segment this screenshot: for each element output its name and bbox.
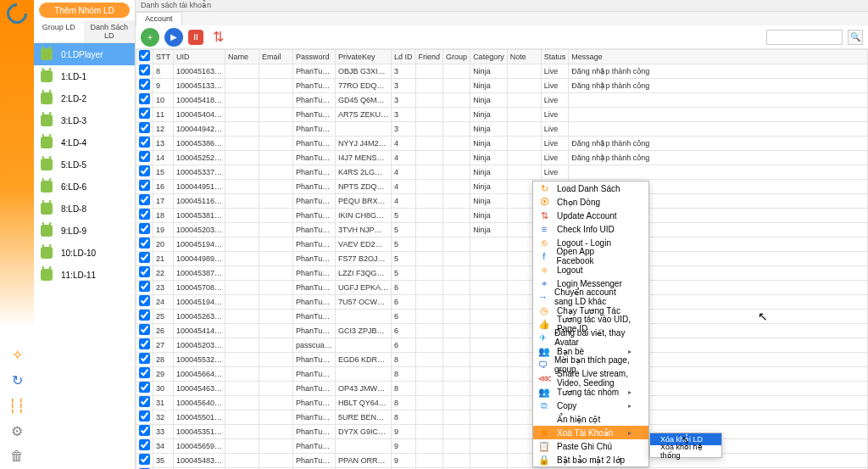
table-row[interactable]: 24100045194…PhanTu…7U57 OCW…6Live <box>136 295 868 310</box>
context-item[interactable]: fOpen App Facebook <box>533 249 648 263</box>
row-checkbox[interactable] <box>139 237 150 248</box>
tab-account[interactable]: Account <box>136 12 182 25</box>
table-row[interactable]: 10100045418…PhanTu…GD45 Q6M…3NinjaLive <box>136 93 868 108</box>
col-message[interactable]: Message <box>569 50 868 64</box>
row-checkbox[interactable] <box>139 439 150 450</box>
row-checkbox[interactable] <box>139 410 150 422</box>
table-row[interactable]: 27100045203…passcua…6Live <box>136 338 868 353</box>
pause-button[interactable]: ⏸ <box>188 30 203 45</box>
table-row[interactable]: 32100045501…PhanTu…5URE BEN…8Live <box>136 410 868 425</box>
row-checkbox[interactable] <box>139 137 150 148</box>
table-row[interactable]: 13100045386…PhanTu…NYYJ J4M2…4NinjaLiveĐ… <box>136 137 868 151</box>
add-button[interactable]: ＋ <box>141 28 159 47</box>
context-item[interactable]: ✖Xoá Tài Khoản▸ <box>533 426 648 439</box>
row-checkbox[interactable] <box>139 93 150 104</box>
context-item[interactable]: ✈Đăng bài viết, thay Avatar <box>533 331 648 344</box>
row-checkbox[interactable] <box>139 108 150 119</box>
table-row[interactable]: 26100045414…PhanTu…GCI3 ZPJB…6Live <box>136 324 868 338</box>
row-checkbox[interactable] <box>139 310 150 321</box>
row-checkbox[interactable] <box>139 425 150 436</box>
play-button[interactable]: ▶ <box>164 28 183 47</box>
row-checkbox[interactable] <box>139 209 150 220</box>
search-input[interactable] <box>766 30 843 45</box>
sidebar-item-ld[interactable]: 5:LD-5 <box>34 154 135 176</box>
table-row[interactable]: 17100045116…PhanTu…PEQU BRX…4NinjaLive <box>136 194 868 209</box>
col-password[interactable]: Password <box>293 50 336 64</box>
table-row[interactable]: 29100045664…PhanTu…8Live <box>136 367 868 382</box>
row-checkbox[interactable] <box>139 165 150 176</box>
col-friend[interactable]: Friend <box>415 50 443 64</box>
table-row[interactable]: 9100045133…PhanTu…77RO EDQ…3NinjaLiveĐăn… <box>136 79 868 93</box>
row-checkbox[interactable] <box>139 223 150 234</box>
row-checkbox[interactable] <box>139 122 150 133</box>
row-checkbox[interactable] <box>139 64 150 75</box>
context-item[interactable]: 🔒Bật bảo mật 2 lớp <box>533 453 648 466</box>
row-checkbox[interactable] <box>139 367 150 378</box>
row-checkbox[interactable] <box>139 79 150 90</box>
select-all-checkbox[interactable] <box>139 50 150 61</box>
table-row[interactable]: 22100045387…PhanTu…LZZI F3QG…5Live <box>136 266 868 281</box>
row-checkbox[interactable] <box>139 252 150 263</box>
table-row[interactable]: 35100045483…PhanTu…PPAN ORR…9Live <box>136 454 868 468</box>
row-checkbox[interactable] <box>139 396 150 407</box>
context-item[interactable]: Ẩn hiện cột <box>533 412 648 426</box>
col-ld id[interactable]: Ld ID <box>392 50 416 64</box>
col-status[interactable]: Status <box>541 50 569 64</box>
sidebar-item-ld[interactable]: 4:LD-4 <box>34 131 135 154</box>
row-checkbox[interactable] <box>139 295 150 306</box>
row-checkbox[interactable] <box>139 266 150 277</box>
table-row[interactable]: 25100045263…PhanTu…6Live <box>136 310 868 324</box>
row-checkbox[interactable] <box>139 180 150 191</box>
col-privatekey[interactable]: PrivateKey <box>336 50 392 64</box>
sidebar-item-ld[interactable]: 3:LD-3 <box>34 109 135 131</box>
context-item[interactable]: ⧉Copy▸ <box>533 399 648 412</box>
table-row[interactable]: 11100045404…PhanTu…AR7S ZEKU…3NinjaLive <box>136 108 868 122</box>
submenu-item[interactable]: Xóa khỏi hệ thống <box>650 445 721 457</box>
sidebar-item-ld[interactable]: 8:LD-8 <box>34 198 135 220</box>
col-note[interactable]: Note <box>507 50 541 64</box>
context-item[interactable]: ≡Check Info UID <box>533 222 648 236</box>
tab-list-ld[interactable]: Danh Sách LD <box>85 20 136 42</box>
table-row[interactable]: 12100044942…PhanTu…3NinjaLive <box>136 122 868 137</box>
context-item[interactable]: ⦿Chọn Dòng <box>533 195 648 209</box>
table-row[interactable]: 19100045203…PhanTu…3TVH NJP…5NinjaLive <box>136 223 868 237</box>
table-row[interactable]: 21100044989…PhanTu…FS77 B2OJ…5Live <box>136 252 868 266</box>
tool-sliders-icon[interactable]: ┆┆ <box>8 396 26 415</box>
table-row[interactable]: 34100045659…PhanTu…9LiveĐăng nhập thành … <box>136 439 868 454</box>
table-row[interactable]: 15100045337…PhanTu…K4RS 2LG…4NinjaLive <box>136 165 868 180</box>
col-group[interactable]: Group <box>443 50 470 64</box>
table-row[interactable]: 14100045252…PhanTu…I4J7 MENS…4NinjaLiveĐ… <box>136 151 868 165</box>
context-item[interactable]: ⇅Update Account <box>533 209 648 222</box>
table-row[interactable]: 28100045532…PhanTu…EGD6 KDR…8LiveĐăng nh… <box>136 353 868 367</box>
context-menu[interactable]: ↻Load Danh Sách⦿Chọn Dòng⇅Update Account… <box>532 181 649 467</box>
row-checkbox[interactable] <box>139 194 150 205</box>
row-checkbox[interactable] <box>139 454 150 465</box>
row-checkbox[interactable] <box>139 382 150 393</box>
row-checkbox[interactable] <box>139 353 150 364</box>
tool-icon-1[interactable]: ✧ <box>8 345 26 364</box>
submenu-delete[interactable]: Xóa khỏi LDXóa khỏi hệ thống <box>649 433 722 458</box>
row-checkbox[interactable] <box>139 324 150 335</box>
add-group-button[interactable]: Thêm Nhóm LD <box>39 3 130 18</box>
sidebar-item-ld[interactable]: 9:LD-9 <box>34 220 135 242</box>
col-email[interactable]: Email <box>259 50 293 64</box>
table-row[interactable]: 23100045708…PhanTu…UGFJ EPKA…6LiveĐăng n… <box>136 281 868 295</box>
table-row[interactable]: 18100045381…PhanTu…IKIN CH8G…5NinjaLiveĐ… <box>136 209 868 223</box>
sidebar-item-ld[interactable]: 11:LD-11 <box>34 264 135 286</box>
row-checkbox[interactable] <box>139 281 150 292</box>
context-item[interactable]: ↻Load Danh Sách <box>533 181 648 195</box>
context-item[interactable]: ⋘Share Live stream, Video, Seeding <box>533 371 648 385</box>
row-checkbox[interactable] <box>139 151 150 162</box>
table-row[interactable]: 31100045640…PhanTu…HBLT QY64…8Live <box>136 396 868 410</box>
col-name[interactable]: Name <box>225 50 259 64</box>
col-checkbox[interactable] <box>136 50 153 64</box>
row-checkbox[interactable] <box>139 338 150 349</box>
sidebar-item-ld[interactable]: 10:LD-10 <box>34 242 135 264</box>
sidebar-item-ld[interactable]: 2:LD-2 <box>34 87 135 109</box>
col-stt[interactable]: STT <box>153 50 174 64</box>
tool-refresh-icon[interactable]: ↻ <box>8 371 26 389</box>
col-uid[interactable]: UID <box>174 50 225 64</box>
col-category[interactable]: Category <box>470 50 508 64</box>
table-row[interactable]: 8100045163…PhanTu…OBJB G3XI…3NinjaLiveĐă… <box>136 64 868 79</box>
settings-icon[interactable]: ⚙ <box>8 422 26 440</box>
